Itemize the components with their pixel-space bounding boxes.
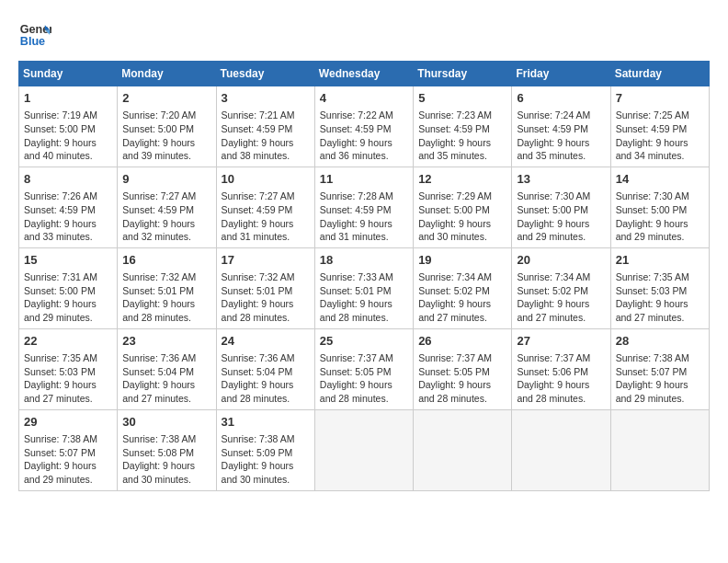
calendar-body: 1Sunrise: 7:19 AMSunset: 5:00 PMDaylight… [19,86,710,491]
calendar-cell: 8Sunrise: 7:26 AMSunset: 4:59 PMDaylight… [19,167,118,247]
calendar-cell: 21Sunrise: 7:35 AMSunset: 5:03 PMDayligh… [610,247,709,328]
daylight: Daylight: 9 hours and 27 minutes. [517,298,589,323]
calendar-cell: 1Sunrise: 7:19 AMSunset: 5:00 PMDaylight… [19,86,118,167]
sunset: Sunset: 5:04 PM [122,366,194,377]
daylight: Daylight: 9 hours and 29 minutes. [24,298,97,323]
sunset: Sunset: 5:03 PM [24,366,96,377]
daylight: Daylight: 9 hours and 29 minutes. [616,218,688,243]
day-number: 31 [222,414,310,431]
sunrise: Sunrise: 7:26 AM [24,190,97,201]
week-row-5: 29Sunrise: 7:38 AMSunset: 5:07 PMDayligh… [19,409,710,490]
sunset: Sunset: 5:02 PM [517,285,588,296]
day-header-tuesday: Tuesday [216,62,314,86]
sunset: Sunset: 5:04 PM [222,366,293,377]
sunrise: Sunrise: 7:36 AM [122,352,196,363]
day-header-saturday: Saturday [610,62,709,86]
sunrise: Sunrise: 7:27 AM [122,190,196,201]
calendar-cell: 25Sunrise: 7:37 AMSunset: 5:05 PMDayligh… [314,328,413,409]
sunrise: Sunrise: 7:35 AM [616,271,689,282]
calendar-cell: 26Sunrise: 7:37 AMSunset: 5:05 PMDayligh… [414,328,512,409]
daylight: Daylight: 9 hours and 30 minutes. [418,218,491,243]
calendar-cell: 29Sunrise: 7:38 AMSunset: 5:07 PMDayligh… [19,409,118,490]
sunrise: Sunrise: 7:20 AM [122,109,196,121]
day-number: 12 [418,171,506,188]
daylight: Daylight: 9 hours and 30 minutes. [222,460,294,485]
calendar-cell: 24Sunrise: 7:36 AMSunset: 5:04 PMDayligh… [216,328,314,409]
day-header-friday: Friday [512,62,610,86]
sunrise: Sunrise: 7:35 AM [24,352,97,363]
calendar-cell: 13Sunrise: 7:30 AMSunset: 5:00 PMDayligh… [512,167,610,247]
daylight: Daylight: 9 hours and 38 minutes. [222,137,294,162]
sunset: Sunset: 5:09 PM [222,447,293,458]
day-number: 1 [24,90,112,107]
daylight: Daylight: 9 hours and 30 minutes. [122,460,195,485]
calendar-cell: 30Sunrise: 7:38 AMSunset: 5:08 PMDayligh… [118,409,216,490]
day-number: 6 [517,90,605,107]
sunset: Sunset: 5:00 PM [616,204,688,215]
calendar-cell: 9Sunrise: 7:27 AMSunset: 4:59 PMDaylight… [118,167,216,247]
sunrise: Sunrise: 7:37 AM [517,352,590,363]
daylight: Daylight: 9 hours and 28 minutes. [320,298,392,323]
calendar-cell [512,409,610,490]
day-header-thursday: Thursday [414,62,512,86]
day-number: 30 [122,414,210,431]
day-number: 10 [222,171,310,188]
sunrise: Sunrise: 7:32 AM [122,271,196,282]
sunrise: Sunrise: 7:38 AM [616,352,689,363]
sunrise: Sunrise: 7:23 AM [418,109,492,121]
daylight: Daylight: 9 hours and 29 minutes. [24,460,97,485]
daylight: Daylight: 9 hours and 28 minutes. [418,379,491,404]
sunset: Sunset: 5:06 PM [517,366,588,377]
sunrise: Sunrise: 7:34 AM [418,271,492,282]
day-number: 25 [320,333,408,350]
sunset: Sunset: 5:05 PM [418,366,490,377]
week-row-4: 22Sunrise: 7:35 AMSunset: 5:03 PMDayligh… [19,328,710,409]
sunrise: Sunrise: 7:36 AM [222,352,295,363]
sunrise: Sunrise: 7:34 AM [517,271,590,282]
sunrise: Sunrise: 7:27 AM [222,190,295,201]
daylight: Daylight: 9 hours and 29 minutes. [517,218,589,243]
calendar-cell: 14Sunrise: 7:30 AMSunset: 5:00 PMDayligh… [610,167,709,247]
calendar-cell: 20Sunrise: 7:34 AMSunset: 5:02 PMDayligh… [512,247,610,328]
sunrise: Sunrise: 7:21 AM [222,109,295,121]
day-number: 18 [320,252,408,269]
sunset: Sunset: 4:59 PM [222,204,293,215]
sunrise: Sunrise: 7:29 AM [418,190,492,201]
daylight: Daylight: 9 hours and 27 minutes. [122,379,195,404]
day-number: 26 [418,333,506,350]
sunset: Sunset: 5:00 PM [122,123,194,134]
sunrise: Sunrise: 7:25 AM [616,109,689,121]
calendar-cell: 5Sunrise: 7:23 AMSunset: 4:59 PMDaylight… [414,86,512,167]
sunset: Sunset: 4:59 PM [222,123,293,134]
sunrise: Sunrise: 7:22 AM [320,109,393,121]
day-header-sunday: Sunday [19,62,118,86]
calendar-cell: 2Sunrise: 7:20 AMSunset: 5:00 PMDaylight… [118,86,216,167]
week-row-2: 8Sunrise: 7:26 AMSunset: 4:59 PMDaylight… [19,167,710,247]
day-header-monday: Monday [118,62,216,86]
sunset: Sunset: 5:01 PM [222,285,293,296]
header: General Blue [18,18,710,52]
sunrise: Sunrise: 7:38 AM [122,433,196,444]
calendar-cell: 10Sunrise: 7:27 AMSunset: 4:59 PMDayligh… [216,167,314,247]
daylight: Daylight: 9 hours and 36 minutes. [320,137,392,162]
sunrise: Sunrise: 7:28 AM [320,190,393,201]
daylight: Daylight: 9 hours and 27 minutes. [24,379,97,404]
daylight: Daylight: 9 hours and 28 minutes. [222,298,294,323]
calendar-cell: 27Sunrise: 7:37 AMSunset: 5:06 PMDayligh… [512,328,610,409]
daylight: Daylight: 9 hours and 35 minutes. [418,137,491,162]
sunset: Sunset: 4:59 PM [320,204,392,215]
day-number: 8 [24,171,112,188]
sunset: Sunset: 5:01 PM [122,285,194,296]
svg-text:Blue: Blue [20,35,45,48]
calendar-cell [314,409,413,490]
day-number: 22 [24,333,112,350]
day-number: 17 [222,252,310,269]
day-number: 9 [122,171,210,188]
sunset: Sunset: 5:02 PM [418,285,490,296]
daylight: Daylight: 9 hours and 28 minutes. [320,379,392,404]
sunrise: Sunrise: 7:30 AM [517,190,590,201]
sunset: Sunset: 5:05 PM [320,366,392,377]
day-number: 4 [320,90,408,107]
sunset: Sunset: 5:00 PM [24,123,96,134]
day-number: 29 [24,414,112,431]
